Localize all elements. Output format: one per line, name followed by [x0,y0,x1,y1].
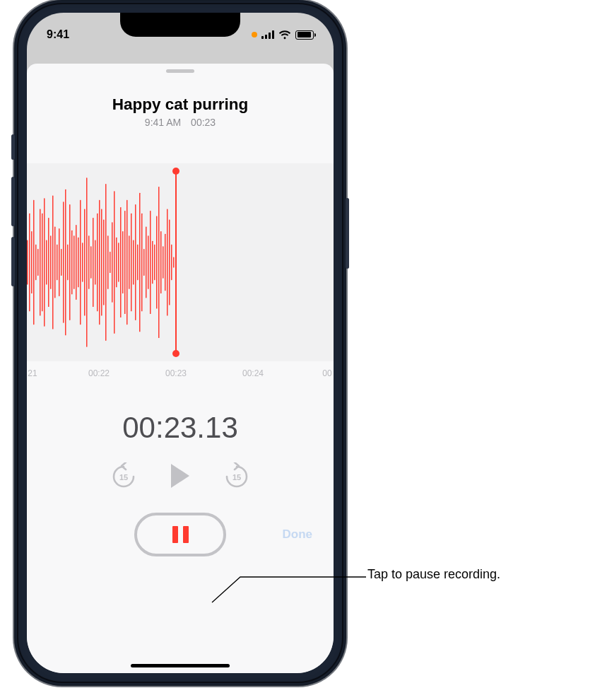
callout-leader [0,0,595,700]
